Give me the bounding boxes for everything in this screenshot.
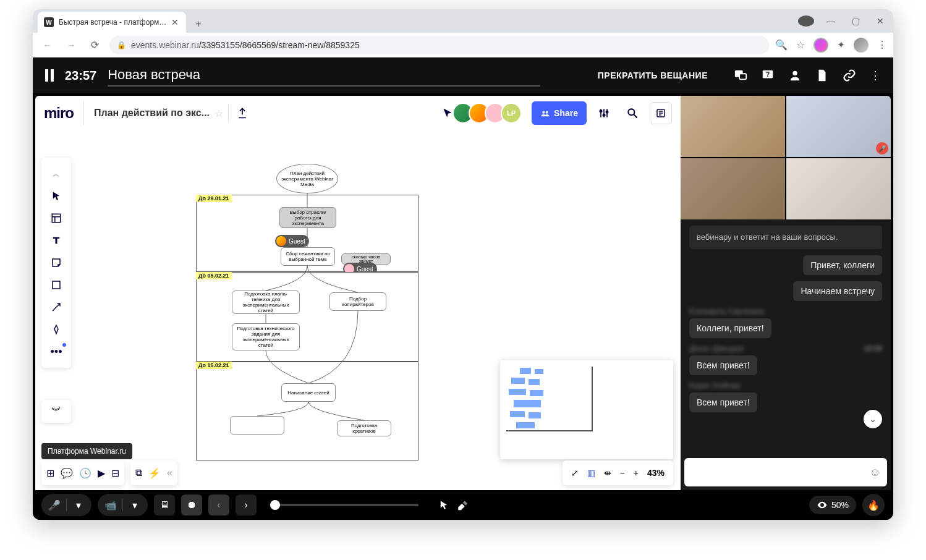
participant-video[interactable]: 🎤 <box>786 96 891 157</box>
svg-rect-12 <box>52 214 61 223</box>
mic-button[interactable]: 🎤 <box>44 494 65 515</box>
participant-video[interactable] <box>786 158 891 219</box>
more-tools[interactable]: ••• <box>45 341 67 363</box>
extensions-icon[interactable]: ✦ <box>837 39 845 51</box>
board-name[interactable]: План действий по экс... <box>94 108 210 119</box>
shape-tool[interactable] <box>45 274 67 296</box>
flow-node[interactable]: Сбор семантики по выбранной теме <box>281 247 335 266</box>
participant-video[interactable] <box>681 158 785 219</box>
meeting-title-input[interactable]: Новая встреча <box>108 64 540 87</box>
more-icon[interactable]: ⋮ <box>870 69 881 82</box>
caret-down-icon[interactable]: ▾ <box>798 15 814 27</box>
chat-message: Коллеги, привет! <box>689 318 771 338</box>
extension-color-icon[interactable] <box>813 38 828 53</box>
camera-button[interactable]: 📹 <box>100 494 121 515</box>
prev-slide-button[interactable]: ‹ <box>208 494 229 515</box>
text-tool[interactable] <box>45 229 67 252</box>
fit-icon[interactable]: ⇼ <box>604 468 611 478</box>
expand-icon[interactable]: ︾ <box>51 405 61 418</box>
flow-node[interactable] <box>230 416 284 435</box>
apps-icon[interactable]: ⊟ <box>111 467 119 479</box>
browser-tab[interactable]: W Быстрая встреча - платформа W ✕ <box>38 12 186 33</box>
minimap[interactable] <box>500 360 673 459</box>
progress-slider[interactable] <box>270 504 418 506</box>
screenshare-icon[interactable]: ⧉ <box>135 467 142 478</box>
map-icon[interactable]: ▥ <box>587 468 595 478</box>
flow-node[interactable]: План действий эксперимента Webinar Media <box>276 164 338 193</box>
maximize-icon[interactable]: ▢ <box>847 16 864 26</box>
help-icon[interactable]: ? <box>761 69 775 82</box>
bolt-icon[interactable]: ⚡ <box>148 467 161 479</box>
user-icon[interactable] <box>788 69 802 82</box>
frame-list-icon[interactable]: ⊞ <box>46 467 54 479</box>
link-icon[interactable] <box>843 69 856 82</box>
close-icon[interactable]: ✕ <box>170 17 180 27</box>
bottom-controls: 🎤 ▾ 📹 ▾ 🖥 ⏺ ‹ › 50% <box>33 490 893 520</box>
pause-button[interactable] <box>45 69 54 82</box>
share-button[interactable]: Share <box>532 101 587 125</box>
flow-node[interactable]: Подготовка плана-темника для эксперимент… <box>232 291 300 314</box>
activity-icon[interactable] <box>650 102 672 124</box>
mic-dropdown[interactable]: ▾ <box>68 494 89 515</box>
flow-node[interactable]: Выбор отрасли/работы для эксперимента <box>279 207 336 228</box>
emoji-icon[interactable]: ☺ <box>870 466 881 479</box>
chat-icon[interactable] <box>734 69 747 82</box>
pen-tool[interactable] <box>45 318 67 341</box>
settings-icon[interactable] <box>593 102 615 124</box>
record-button[interactable]: ⏺ <box>181 494 202 515</box>
menu-icon[interactable]: ⋮ <box>877 39 887 51</box>
zoom-in-button[interactable]: + <box>634 468 639 478</box>
close-window-icon[interactable]: ✕ <box>872 16 888 26</box>
minimize-icon[interactable]: — <box>823 16 839 26</box>
comments-icon[interactable]: 💬 <box>61 467 73 479</box>
back-icon[interactable]: ← <box>39 36 56 54</box>
file-icon[interactable] <box>815 69 829 82</box>
sticky-tool[interactable] <box>45 252 67 274</box>
chat-message: Всем привет! <box>689 392 757 412</box>
zoom-out-button[interactable]: − <box>620 468 625 478</box>
collapse-left-icon[interactable]: « <box>167 467 172 478</box>
export-icon[interactable] <box>234 104 251 122</box>
presentation-icon[interactable]: ▶ <box>98 467 105 479</box>
search-icon[interactable]: 🔍 <box>775 39 788 51</box>
forward-icon[interactable]: → <box>62 36 80 54</box>
url-input[interactable]: 🔒 events.webinar.ru/33953155/8665569/str… <box>109 36 769 54</box>
star-icon[interactable]: ☆ <box>215 108 223 119</box>
reload-icon[interactable]: ⟳ <box>86 36 103 54</box>
bookmark-icon[interactable]: ☆ <box>796 39 805 51</box>
viewer-count[interactable]: 50% <box>809 496 856 514</box>
tooltip: Платформа Webinar.ru <box>41 443 132 459</box>
avatar[interactable]: LP <box>501 103 522 124</box>
flow-node[interactable]: Написание статей <box>281 383 336 402</box>
screen-share-button[interactable]: 🖥 <box>154 494 175 515</box>
chat-input[interactable] <box>690 467 870 477</box>
reactions-button[interactable]: 🔥 <box>862 494 885 516</box>
chat-collapse-button[interactable]: ⌄ <box>864 410 882 428</box>
flow-node[interactable]: Подготовка креативов <box>337 420 391 436</box>
eraser-icon[interactable] <box>457 499 468 511</box>
flow-frame[interactable]: До 15.02.21 <box>196 362 418 460</box>
arrow-tool[interactable] <box>45 296 67 318</box>
templates-tool[interactable] <box>45 207 67 229</box>
new-tab-button[interactable]: + <box>190 15 207 33</box>
presenter-cursor-icon[interactable] <box>441 107 454 119</box>
chat-author: Денис Давыдов16:59 <box>689 344 882 353</box>
search-icon[interactable] <box>621 102 644 124</box>
next-slide-button[interactable]: › <box>236 494 257 515</box>
collapse-icon[interactable]: ︽ <box>45 163 67 185</box>
select-tool[interactable] <box>45 185 67 207</box>
date-tag: До 29.01.21 <box>196 195 232 202</box>
profile-avatar[interactable] <box>854 38 869 53</box>
fullscreen-icon[interactable]: ⤢ <box>571 468 579 478</box>
history-icon[interactable]: 🕓 <box>79 467 91 479</box>
participant-video[interactable] <box>681 96 785 157</box>
pointer-icon[interactable] <box>438 499 449 511</box>
flow-node[interactable]: Подготовка технического задания для эксп… <box>232 323 300 350</box>
stop-broadcast-button[interactable]: ПРЕКРАТИТЬ ВЕЩАНИЕ <box>598 70 708 80</box>
collaborator-avatars[interactable]: LP <box>457 103 522 124</box>
chat-messages[interactable]: вебинару и ответит на ваши вопросы. Прив… <box>681 219 891 454</box>
flow-frame[interactable]: До 05.02.21 <box>196 272 418 362</box>
camera-dropdown[interactable]: ▾ <box>124 494 145 515</box>
flow-node[interactable]: Подбор копирайтеров <box>329 292 386 311</box>
miro-logo[interactable]: miro <box>44 104 74 122</box>
